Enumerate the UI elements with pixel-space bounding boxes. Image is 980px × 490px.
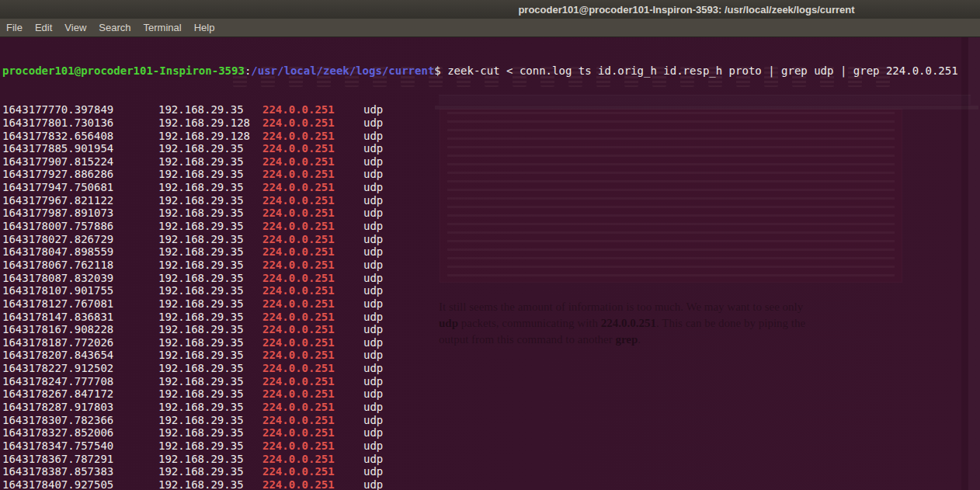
- log-row: 1643178387.857383192.168.29.35224.0.0.25…: [2, 465, 980, 478]
- log-row: 1643178227.912502192.168.29.35224.0.0.25…: [2, 362, 980, 375]
- log-orig-ip: 192.168.29.35: [158, 220, 262, 233]
- terminal-content[interactable]: procoder101@procoder101-Inspiron-3593:/u…: [0, 37, 980, 490]
- log-proto: udp: [363, 194, 383, 207]
- log-resp-ip: 224.0.0.251: [262, 401, 363, 414]
- window-title: procoder101@procoder101-Inspiron-3593: /…: [393, 0, 980, 19]
- log-orig-ip: 192.168.29.35: [158, 245, 262, 259]
- log-row: 1643177770.397849192.168.29.35224.0.0.25…: [2, 103, 980, 116]
- log-resp-ip: 224.0.0.251: [262, 194, 363, 207]
- log-orig-ip: 192.168.29.35: [158, 259, 262, 272]
- log-proto: udp: [363, 362, 383, 374]
- log-row: 1643177832.656408192.168.29.128224.0.0.2…: [2, 130, 980, 143]
- log-proto: udp: [363, 387, 383, 400]
- log-row: 1643178287.917803192.168.29.35224.0.0.25…: [2, 401, 980, 414]
- log-resp-ip: 224.0.0.251: [262, 181, 363, 194]
- menu-item-search[interactable]: Search: [92, 19, 137, 36]
- menu-item-file[interactable]: File: [0, 19, 29, 36]
- log-proto: udp: [363, 130, 383, 142]
- log-proto: udp: [363, 478, 383, 490]
- log-orig-ip: 192.168.29.35: [158, 465, 262, 478]
- log-proto: udp: [363, 168, 383, 180]
- log-orig-ip: 192.168.29.35: [158, 194, 262, 207]
- log-timestamp: 1643178207.843654: [2, 349, 158, 362]
- log-output: 1643177770.397849192.168.29.35224.0.0.25…: [2, 103, 980, 490]
- log-resp-ip: 224.0.0.251: [262, 311, 363, 324]
- log-row: 1643177987.891073192.168.29.35224.0.0.25…: [2, 207, 980, 220]
- log-resp-ip: 224.0.0.251: [262, 440, 363, 453]
- menu-item-view[interactable]: View: [58, 19, 92, 36]
- log-row: 1643177967.821122192.168.29.35224.0.0.25…: [2, 194, 980, 207]
- log-orig-ip: 192.168.29.35: [158, 349, 262, 362]
- log-orig-ip: 192.168.29.35: [158, 233, 262, 246]
- menu-bar: FileEditViewSearchTerminalHelp: [0, 19, 980, 37]
- log-row: 1643177907.815224192.168.29.35224.0.0.25…: [2, 155, 980, 169]
- log-resp-ip: 224.0.0.251: [262, 426, 363, 440]
- log-timestamp: 1643177907.815224: [2, 155, 158, 169]
- log-row: 1643178207.843654192.168.29.35224.0.0.25…: [2, 349, 980, 362]
- log-timestamp: 1643177987.891073: [2, 207, 158, 220]
- log-resp-ip: 224.0.0.251: [262, 103, 363, 116]
- log-row: 1643178327.852006192.168.29.35224.0.0.25…: [2, 426, 980, 440]
- log-proto: udp: [363, 245, 383, 258]
- prompt-user: procoder101@procoder101-Inspiron-3593: [2, 64, 245, 77]
- log-resp-ip: 224.0.0.251: [262, 272, 363, 285]
- command-line: procoder101@procoder101-Inspiron-3593:/u…: [2, 64, 980, 78]
- log-proto: udp: [363, 142, 383, 155]
- log-orig-ip: 192.168.29.35: [158, 181, 262, 194]
- log-timestamp: 1643177927.886286: [2, 168, 158, 181]
- log-timestamp: 1643178327.852006: [2, 426, 158, 440]
- log-proto: udp: [363, 453, 383, 465]
- window-titlebar[interactable]: procoder101@procoder101-Inspiron-3593: /…: [0, 0, 980, 19]
- log-row: 1643178047.898559192.168.29.35224.0.0.25…: [2, 245, 980, 259]
- log-orig-ip: 192.168.29.35: [158, 375, 262, 388]
- log-timestamp: 1643178087.832039: [2, 272, 158, 285]
- log-resp-ip: 224.0.0.251: [262, 259, 363, 272]
- log-orig-ip: 192.168.29.35: [158, 362, 262, 375]
- log-proto: udp: [363, 284, 383, 297]
- log-row: 1643178107.901755192.168.29.35224.0.0.25…: [2, 284, 980, 297]
- log-resp-ip: 224.0.0.251: [262, 284, 363, 297]
- log-proto: udp: [363, 336, 383, 349]
- log-resp-ip: 224.0.0.251: [262, 362, 363, 375]
- log-orig-ip: 192.168.29.35: [158, 168, 262, 181]
- log-timestamp: 1643178107.901755: [2, 284, 158, 297]
- log-resp-ip: 224.0.0.251: [262, 387, 363, 401]
- log-orig-ip: 192.168.29.35: [158, 336, 262, 349]
- menu-item-edit[interactable]: Edit: [29, 19, 58, 36]
- log-row: 1643178367.787291192.168.29.35224.0.0.25…: [2, 453, 980, 466]
- log-row: 1643177927.886286192.168.29.35224.0.0.25…: [2, 168, 980, 181]
- log-proto: udp: [363, 375, 383, 387]
- menu-item-terminal[interactable]: Terminal: [137, 19, 188, 36]
- log-orig-ip: 192.168.29.35: [158, 297, 262, 311]
- log-resp-ip: 224.0.0.251: [262, 375, 363, 388]
- log-row: 1643177947.750681192.168.29.35224.0.0.25…: [2, 181, 980, 194]
- log-row: 1643178027.826729192.168.29.35224.0.0.25…: [2, 233, 980, 246]
- terminal-window[interactable]: It still seems the amount of information…: [0, 37, 980, 490]
- log-resp-ip: 224.0.0.251: [262, 349, 363, 362]
- log-row: 1643178307.782366192.168.29.35224.0.0.25…: [2, 414, 980, 427]
- log-resp-ip: 224.0.0.251: [262, 142, 363, 155]
- log-orig-ip: 192.168.29.35: [158, 440, 262, 453]
- log-proto: udp: [363, 220, 383, 232]
- log-orig-ip: 192.168.29.35: [158, 401, 262, 414]
- log-timestamp: 1643177947.750681: [2, 181, 158, 194]
- log-row: 1643178187.772026192.168.29.35224.0.0.25…: [2, 336, 980, 349]
- log-proto: udp: [363, 155, 383, 168]
- log-timestamp: 1643178407.927505: [2, 478, 158, 490]
- log-orig-ip: 192.168.29.35: [158, 311, 262, 324]
- menu-item-help[interactable]: Help: [188, 19, 221, 36]
- log-proto: udp: [363, 440, 383, 452]
- log-row: 1643178007.757886192.168.29.35224.0.0.25…: [2, 220, 980, 233]
- log-orig-ip: 192.168.29.35: [158, 284, 262, 297]
- log-resp-ip: 224.0.0.251: [262, 168, 363, 181]
- log-proto: udp: [363, 401, 383, 413]
- log-proto: udp: [363, 181, 383, 193]
- log-timestamp: 1643178287.917803: [2, 401, 158, 414]
- log-timestamp: 1643178187.772026: [2, 336, 158, 349]
- log-timestamp: 1643178007.757886: [2, 220, 158, 233]
- log-row: 1643178087.832039192.168.29.35224.0.0.25…: [2, 272, 980, 285]
- log-proto: udp: [363, 465, 383, 478]
- log-timestamp: 1643177832.656408: [2, 130, 158, 143]
- command-text: zeek-cut < conn.log ts id.orig_h id.resp…: [447, 64, 957, 77]
- log-row: 1643178127.767081192.168.29.35224.0.0.25…: [2, 297, 980, 311]
